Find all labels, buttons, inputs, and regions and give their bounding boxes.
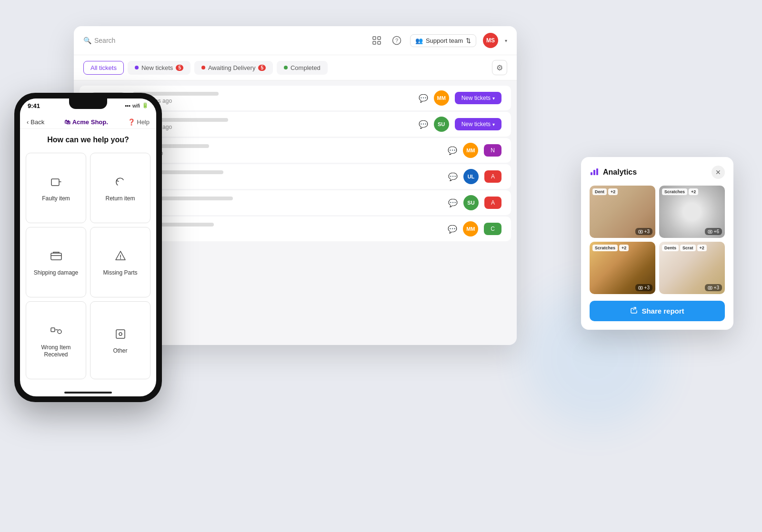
ticket-info: 2 hours ago bbox=[133, 144, 442, 157]
image-tag: Scratches bbox=[662, 188, 687, 195]
analytics-image-card[interactable]: Scratches +2 +3 bbox=[590, 242, 655, 294]
missing-label: Missing Parts bbox=[103, 269, 137, 277]
svg-point-19 bbox=[709, 231, 711, 232]
tab-new-tickets[interactable]: New tickets 5 bbox=[128, 61, 190, 75]
help-circle-icon: ❓ bbox=[128, 118, 135, 126]
ticket-info: 4 days ago bbox=[133, 223, 442, 235]
image-count: +3 bbox=[635, 284, 652, 291]
image-tag: Dents bbox=[662, 245, 679, 251]
search-icon: 🔍 bbox=[83, 37, 91, 44]
avatar: SU bbox=[434, 117, 449, 132]
help-card-missing[interactable]: Missing Parts bbox=[90, 227, 150, 297]
analytics-image-card[interactable]: Scratches +2 +6 bbox=[659, 186, 725, 238]
image-tag-count: +2 bbox=[697, 245, 707, 251]
faulty-label: Faulty item bbox=[42, 195, 70, 203]
image-tags: Dents Scrat +2 bbox=[662, 245, 707, 251]
share-icon bbox=[630, 306, 638, 315]
tab-completed[interactable]: Completed bbox=[277, 61, 328, 75]
analytics-image-card[interactable]: Dent +2 +3 bbox=[590, 186, 655, 238]
faulty-icon bbox=[50, 175, 63, 191]
ticket-time: 10 minutes ago bbox=[133, 98, 413, 104]
svg-text:?: ? bbox=[395, 38, 398, 43]
image-tag: Scratches bbox=[592, 245, 618, 251]
action-button[interactable]: C bbox=[484, 223, 501, 235]
svg-rect-11 bbox=[116, 330, 125, 338]
other-icon bbox=[114, 327, 127, 344]
chat-icon: 💬 bbox=[448, 172, 458, 181]
new-tickets-dot bbox=[135, 66, 139, 69]
settings-tab[interactable]: ⚙ bbox=[492, 60, 507, 75]
analytics-title: Analytics bbox=[603, 168, 637, 177]
ticket-info: 30 minutes ago bbox=[133, 118, 413, 130]
window-header: 🔍 Search ? 👥 Support team bbox=[74, 26, 517, 55]
ticket-time: 30 minutes ago bbox=[133, 124, 413, 130]
action-button[interactable]: New tickets ▾ bbox=[455, 118, 501, 130]
phone-nav: ‹ Back 🛍 Acme Shop. ❓ Help bbox=[20, 116, 156, 129]
close-button[interactable]: ✕ bbox=[712, 166, 725, 179]
svg-point-21 bbox=[640, 287, 641, 288]
completed-dot bbox=[284, 66, 288, 69]
image-tags: Scratches +2 bbox=[592, 245, 629, 251]
svg-rect-6 bbox=[51, 179, 59, 186]
image-count: +6 bbox=[705, 228, 722, 235]
action-button[interactable]: New tickets ▾ bbox=[455, 92, 501, 104]
help-icon[interactable]: ? bbox=[390, 34, 403, 47]
action-button[interactable]: N bbox=[484, 144, 501, 157]
svg-rect-1 bbox=[378, 37, 381, 39]
image-count: +3 bbox=[635, 228, 652, 235]
wrong-label: Wrong Item Received bbox=[30, 344, 82, 359]
action-button[interactable]: A bbox=[484, 170, 501, 183]
awaiting-badge: 5 bbox=[258, 65, 266, 71]
help-card-faulty[interactable]: Faulty item bbox=[26, 153, 86, 223]
svg-point-12 bbox=[119, 333, 122, 335]
grid-icon[interactable] bbox=[370, 34, 383, 47]
back-chevron-icon: ‹ bbox=[27, 118, 29, 126]
image-tags: Dent +2 bbox=[592, 188, 618, 195]
svg-rect-3 bbox=[378, 41, 381, 44]
back-button[interactable]: ‹ Back bbox=[27, 118, 44, 126]
tabs-bar: All tickets New tickets 5 Awaiting Deliv… bbox=[74, 55, 517, 80]
chat-icon: 💬 bbox=[419, 94, 428, 102]
help-button[interactable]: ❓ Help bbox=[128, 118, 150, 126]
svg-point-10 bbox=[58, 330, 61, 334]
help-card-wrong[interactable]: Wrong Item Received bbox=[26, 301, 86, 379]
search-bar[interactable]: 🔍 Search bbox=[83, 37, 115, 44]
avatar-chevron-icon[interactable]: ▾ bbox=[505, 38, 507, 43]
svg-rect-14 bbox=[593, 170, 595, 175]
image-count: +3 bbox=[705, 284, 722, 291]
bar-chart-icon bbox=[590, 167, 599, 178]
support-team-button[interactable]: 👥 Support team ⇅ bbox=[410, 34, 476, 47]
image-tag: Dent bbox=[592, 188, 607, 195]
chat-icon-wrapper: 💬 bbox=[419, 94, 428, 103]
phone-screen: 9:41 ▪▪▪ wifi 🔋 ‹ Back 🛍 Acme Shop. ❓ He… bbox=[20, 99, 156, 396]
avatar: SU bbox=[463, 195, 479, 210]
image-tags: Scratches +2 bbox=[662, 188, 698, 195]
help-card-return[interactable]: Return item bbox=[90, 153, 150, 223]
wrong-icon bbox=[50, 324, 63, 340]
chat-icon: 💬 bbox=[448, 146, 457, 155]
return-icon bbox=[114, 175, 127, 191]
svg-rect-15 bbox=[596, 168, 598, 175]
header-right: ? 👥 Support team ⇅ MS ▾ bbox=[370, 33, 507, 48]
shipping-label: Shipping damage bbox=[34, 269, 78, 277]
missing-icon bbox=[114, 249, 127, 266]
analytics-title-row: Analytics bbox=[590, 167, 637, 178]
analytics-image-card[interactable]: Dents Scrat +2 +3 bbox=[659, 242, 725, 294]
home-bar bbox=[64, 392, 112, 394]
awaiting-dot bbox=[201, 66, 205, 69]
help-card-other[interactable]: Other bbox=[90, 301, 150, 379]
analytics-header: Analytics ✕ bbox=[590, 166, 725, 179]
tab-all-tickets[interactable]: All tickets bbox=[83, 61, 124, 75]
chat-icon: 💬 bbox=[419, 120, 428, 129]
signal-icon: ▪▪▪ bbox=[125, 103, 130, 108]
action-chevron-icon: ▾ bbox=[492, 96, 495, 101]
image-tag: Scrat bbox=[680, 245, 696, 251]
share-report-button[interactable]: Share report bbox=[590, 301, 725, 321]
wifi-icon: wifi bbox=[132, 103, 140, 108]
user-avatar[interactable]: MS bbox=[483, 33, 498, 48]
team-icon: 👥 bbox=[415, 37, 423, 44]
help-card-shipping[interactable]: Shipping damage bbox=[26, 227, 86, 297]
action-button[interactable]: A bbox=[484, 197, 501, 209]
tab-awaiting-delivery[interactable]: Awaiting Delivery 5 bbox=[194, 61, 273, 75]
phone-frame: 9:41 ▪▪▪ wifi 🔋 ‹ Back 🛍 Acme Shop. ❓ He… bbox=[14, 93, 162, 402]
